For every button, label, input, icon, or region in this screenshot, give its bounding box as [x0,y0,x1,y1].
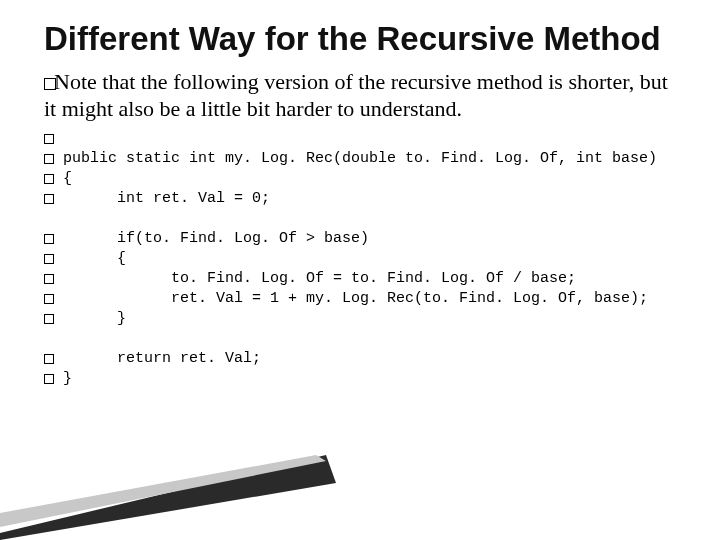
square-bullet-icon [44,174,54,184]
code-text: return ret. Val; [63,349,261,369]
code-text: { [63,169,72,189]
square-bullet-icon [44,254,54,264]
code-text: } [63,369,72,389]
square-bullet-icon [44,374,54,384]
code-line: } [44,369,680,389]
square-bullet-icon [44,234,54,244]
square-bullet-icon [44,134,54,144]
code-text: ret. Val = 1 + my. Log. Rec(to. Find. Lo… [63,289,648,309]
code-line: public static int my. Log. Rec(double to… [44,149,680,169]
code-text: if(to. Find. Log. Of > base) [63,229,369,249]
slide: Different Way for the Recursive Method N… [0,0,720,540]
square-bullet-icon [44,154,54,164]
code-line: if(to. Find. Log. Of > base) [44,229,680,249]
square-bullet-icon [44,354,54,364]
code-block: public static int my. Log. Rec(double to… [44,129,680,389]
code-line: int ret. Val = 0; [44,189,680,209]
square-bullet-icon [44,194,54,204]
blank-line [44,329,680,349]
blank-line [44,209,680,229]
decorative-wedge-icon [0,455,340,540]
body-text: Note that the following version of the r… [44,69,668,122]
code-text: } [63,309,126,329]
body-paragraph: Note that the following version of the r… [44,68,680,123]
code-line: to. Find. Log. Of = to. Find. Log. Of / … [44,269,680,289]
svg-marker-0 [0,455,336,540]
square-bullet-icon [44,274,54,284]
code-line: { [44,169,680,189]
square-bullet-icon [44,294,54,304]
code-text: { [63,249,126,269]
square-bullet-icon [44,314,54,324]
code-line: ret. Val = 1 + my. Log. Rec(to. Find. Lo… [44,289,680,309]
slide-title: Different Way for the Recursive Method [44,20,680,58]
code-line: return ret. Val; [44,349,680,369]
code-text: public static int my. Log. Rec(double to… [63,149,657,169]
code-line: { [44,249,680,269]
code-line [44,129,680,149]
code-text: to. Find. Log. Of = to. Find. Log. Of / … [63,269,576,289]
code-line: } [44,309,680,329]
code-text: int ret. Val = 0; [63,189,270,209]
svg-marker-1 [0,455,326,527]
